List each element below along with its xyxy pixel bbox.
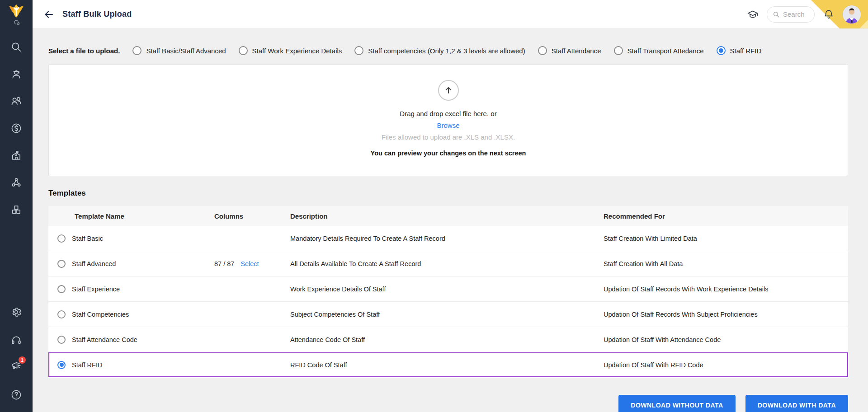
table-row-staff-competencies: Staff Competencies Subject Competencies …	[48, 302, 848, 327]
app-logo[interactable]	[0, 0, 33, 29]
upload-arrow-icon[interactable]	[438, 80, 459, 101]
search-icon[interactable]	[10, 41, 22, 53]
settings-icon[interactable]	[10, 306, 22, 318]
row-radio[interactable]	[57, 336, 66, 344]
page-title: Staff Bulk Upload	[62, 9, 132, 19]
table-row-staff-experience: Staff Experience Work Experience Details…	[48, 276, 848, 302]
radio-icon	[354, 46, 363, 55]
support-icon[interactable]	[10, 334, 22, 346]
templates-heading: Templates	[48, 189, 848, 198]
search-icon	[773, 11, 780, 18]
option-staff-work-experience[interactable]: Staff Work Experience Details	[239, 46, 342, 55]
radio-icon	[132, 46, 142, 55]
radio-selected-icon	[717, 46, 726, 55]
search-box[interactable]	[767, 6, 815, 23]
sidebar-nav-bottom: 1	[10, 306, 22, 412]
table-row-staff-advanced: Staff Advanced 87 / 87 Select All Detail…	[48, 251, 848, 276]
col-recommended-for: Recommended For	[604, 212, 848, 220]
allowed-files-hint: Files allowed to upload are .XLS and .XL…	[382, 133, 515, 141]
dropzone-text: Drag and drop excel file here. or	[400, 110, 496, 117]
row-radio[interactable]	[57, 234, 66, 243]
sidebar: 1	[0, 0, 33, 412]
table-row-staff-rfid: Staff RFID RFID Code Of Staff Updation O…	[48, 352, 848, 378]
inventory-icon[interactable]	[10, 204, 22, 215]
download-with-data-button[interactable]: DOWNLOAD WITH DATA	[745, 395, 848, 412]
share-icon[interactable]	[10, 177, 22, 188]
option-staff-transport-attendance[interactable]: Staff Transport Attedance	[614, 46, 704, 55]
help-icon[interactable]	[10, 389, 22, 401]
sidebar-nav-top	[10, 41, 22, 215]
tulip-logo-icon	[7, 2, 25, 27]
table-header-row: Template Name Columns Description Recomm…	[48, 206, 848, 226]
preview-note: You can preview your changes on the next…	[371, 150, 526, 157]
action-buttons: DOWNLOAD WITHOUT DATA DOWNLOAD WITH DATA	[48, 395, 848, 412]
graduation-cap-icon[interactable]	[747, 9, 759, 20]
download-without-data-button[interactable]: DOWNLOAD WITHOUT DATA	[618, 395, 735, 412]
table-row-staff-attendance-code: Staff Attendance Code Attendance Code Of…	[48, 327, 848, 352]
student-icon[interactable]	[10, 68, 22, 80]
announcements-badge: 1	[19, 356, 26, 364]
search-input[interactable]	[783, 10, 809, 18]
row-radio[interactable]	[57, 310, 66, 318]
radio-icon	[239, 46, 248, 55]
col-template-name: Template Name	[48, 212, 214, 220]
row-radio-selected[interactable]	[57, 361, 66, 369]
option-staff-attendance[interactable]: Staff Attendance	[538, 46, 601, 55]
bell-icon[interactable]	[823, 9, 835, 20]
file-type-selector: Select a file to upload. Staff Basic/Sta…	[48, 41, 848, 61]
option-staff-rfid[interactable]: Staff RFID	[717, 46, 762, 55]
col-description: Description	[290, 212, 604, 220]
col-columns: Columns	[214, 212, 290, 220]
back-arrow-icon[interactable]	[43, 9, 54, 20]
templates-table: Template Name Columns Description Recomm…	[48, 206, 848, 378]
row-radio[interactable]	[57, 285, 66, 293]
row-radio[interactable]	[57, 260, 66, 268]
header-right	[747, 5, 861, 23]
radio-icon	[538, 46, 547, 55]
select-file-label: Select a file to upload.	[48, 47, 120, 55]
option-staff-competencies[interactable]: Staff competencies (Only 1,2 & 3 levels …	[354, 46, 525, 55]
school-icon[interactable]	[10, 150, 22, 161]
radio-icon	[614, 46, 623, 55]
table-row-staff-basic: Staff Basic Mandatory Details Required T…	[48, 226, 848, 251]
avatar[interactable]	[843, 5, 861, 23]
browse-link[interactable]: Browse	[437, 122, 459, 129]
finance-icon[interactable]	[10, 122, 22, 134]
announcements-icon[interactable]: 1	[10, 360, 22, 371]
upload-dropzone[interactable]: Drag and drop excel file here. or Browse…	[48, 64, 848, 176]
select-columns-link[interactable]: Select	[241, 260, 259, 267]
columns-count: 87 / 87	[214, 260, 234, 267]
main-content: Select a file to upload. Staff Basic/Sta…	[33, 29, 868, 412]
top-header: Staff Bulk Upload	[33, 0, 868, 29]
option-staff-basic-advanced[interactable]: Staff Basic/Staff Advanced	[132, 46, 226, 55]
people-icon[interactable]	[10, 95, 22, 107]
